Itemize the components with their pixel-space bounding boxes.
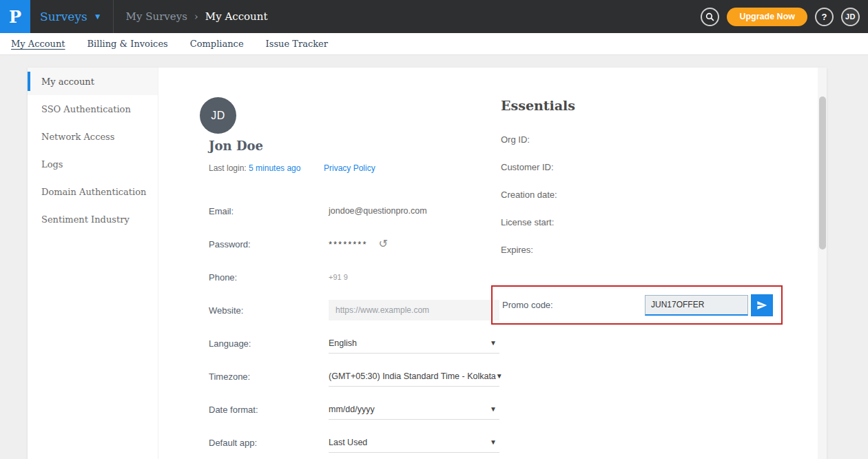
chevron-down-icon: ▼ [496, 372, 506, 380]
sidebar-item-label: SSO Authentication [41, 104, 131, 114]
timezone-row: Timezone: (GMT+05:30) India Standard Tim… [209, 360, 499, 393]
password-label: Password: [209, 239, 329, 249]
customer-id-label: Customer ID: [501, 153, 557, 181]
top-navigation-bar: P Surveys ▼ My Surveys › My Account Upgr… [0, 0, 868, 33]
phone-label: Phone: [209, 272, 329, 283]
tab-compliance[interactable]: Compliance [190, 39, 244, 49]
sidebar-item-label: My account [41, 76, 94, 87]
email-value: jondoe@questionpro.com [329, 206, 499, 216]
vertical-scrollbar[interactable] [818, 68, 827, 459]
password-reset-icon[interactable]: ↺ [378, 238, 387, 249]
profile-avatar: JD [200, 97, 236, 134]
essentials-title: Essentials [501, 98, 575, 113]
sidebar-item-logs[interactable]: Logs [28, 150, 158, 178]
search-button[interactable] [701, 8, 719, 26]
sidebar-item-sentiment-industry[interactable]: Sentiment Industry [28, 205, 158, 233]
settings-sidebar: My account SSO Authentication Network Ac… [28, 68, 158, 459]
timezone-label: Timezone: [209, 371, 329, 382]
email-label: Email: [209, 206, 329, 216]
help-button[interactable]: ? [815, 8, 834, 26]
apply-promo-button[interactable] [751, 294, 773, 316]
date-format-label: Date format: [209, 405, 329, 415]
chevron-down-icon: ▼ [490, 405, 499, 413]
promo-code-input[interactable] [645, 295, 748, 316]
language-selected-value: English [329, 338, 357, 348]
send-icon [756, 300, 767, 311]
avatar-initials: JD [211, 110, 225, 122]
account-settings-card: My account SSO Authentication Network Ac… [28, 68, 827, 459]
last-login-row: Last login: 5 minutes ago [209, 163, 300, 173]
secondary-tab-bar: My Account Billing & Invoices Compliance… [0, 33, 868, 55]
email-row: Email: jondoe@questionpro.com [209, 194, 499, 227]
creation-date-label: Creation date: [501, 181, 557, 208]
tab-issue-tracker[interactable]: Issue Tracker [266, 39, 328, 49]
date-format-selected-value: mm/dd/yyyy [329, 405, 375, 414]
sidebar-item-label: Logs [41, 159, 63, 170]
sidebar-item-sso-authentication[interactable]: SSO Authentication [28, 95, 158, 123]
breadcrumb: My Surveys › My Account [126, 10, 268, 23]
scrollbar-thumb[interactable] [819, 96, 826, 249]
website-label: Website: [209, 305, 329, 316]
profile-name: Jon Doe [209, 139, 263, 153]
phone-row: Phone: +91 9 [209, 261, 499, 294]
default-app-label: Default app: [209, 438, 329, 448]
org-id-label: Org ID: [501, 125, 557, 153]
chevron-down-icon: ▼ [490, 438, 499, 446]
logo-letter: P [9, 7, 21, 27]
default-app-row: Default app: Last Used ▼ [209, 426, 499, 459]
product-switcher[interactable]: Surveys [40, 10, 87, 23]
timezone-select[interactable]: (GMT+05:30) India Standard Time - Kolkat… [329, 366, 499, 387]
timezone-selected-value: (GMT+05:30) India Standard Time - Kolkat… [329, 371, 496, 381]
upgrade-now-button[interactable]: Upgrade Now [727, 8, 807, 26]
topbar-divider [113, 0, 114, 33]
password-row: Password: ******** ↺ [209, 227, 499, 261]
expires-label: Expires: [501, 236, 557, 263]
language-label: Language: [209, 338, 329, 349]
sidebar-item-label: Network Access [41, 132, 114, 142]
questionpro-logo[interactable]: P [0, 0, 30, 33]
last-login-label: Last login: [209, 163, 247, 173]
chevron-down-icon[interactable]: ▼ [94, 12, 102, 21]
account-form: Email: jondoe@questionpro.com Password: … [209, 194, 499, 459]
user-avatar-menu[interactable]: JD [841, 8, 860, 26]
tab-my-account[interactable]: My Account [11, 39, 65, 49]
help-icon: ? [822, 12, 827, 22]
last-login-link[interactable]: 5 minutes ago [249, 163, 300, 173]
language-select[interactable]: English ▼ [329, 333, 499, 354]
avatar-initials: JD [845, 12, 856, 21]
chevron-down-icon: ▼ [490, 339, 499, 347]
sidebar-item-label: Sentiment Industry [41, 214, 130, 225]
sidebar-item-label: Domain Authentication [41, 187, 146, 197]
password-masked-value: ******** [329, 239, 367, 249]
date-format-select[interactable]: mm/dd/yyyy ▼ [329, 399, 499, 420]
license-start-label: License start: [501, 208, 557, 236]
default-app-select[interactable]: Last Used ▼ [329, 432, 499, 453]
topbar-actions: Upgrade Now ? JD [701, 8, 868, 26]
sidebar-item-my-account[interactable]: My account [28, 68, 158, 95]
language-row: Language: English ▼ [209, 327, 499, 360]
essentials-fields: Org ID: Customer ID: Creation date: Lice… [501, 125, 557, 263]
promo-code-highlight-box: Promo code: [491, 285, 783, 325]
breadcrumb-parent[interactable]: My Surveys [126, 10, 187, 23]
privacy-policy-link[interactable]: Privacy Policy [324, 163, 375, 173]
default-app-selected-value: Last Used [329, 438, 367, 447]
breadcrumb-separator: › [194, 10, 198, 23]
breadcrumb-current: My Account [205, 10, 268, 23]
tab-billing-invoices[interactable]: Billing & Invoices [87, 39, 168, 49]
sidebar-item-network-access[interactable]: Network Access [28, 123, 158, 150]
website-row: Website: [209, 294, 499, 327]
date-format-row: Date format: mm/dd/yyyy ▼ [209, 393, 499, 426]
sidebar-item-domain-authentication[interactable]: Domain Authentication [28, 178, 158, 205]
promo-code-label: Promo code: [502, 300, 553, 310]
phone-value: +91 9 [329, 273, 499, 281]
search-icon [705, 12, 714, 21]
website-input[interactable] [329, 300, 499, 320]
